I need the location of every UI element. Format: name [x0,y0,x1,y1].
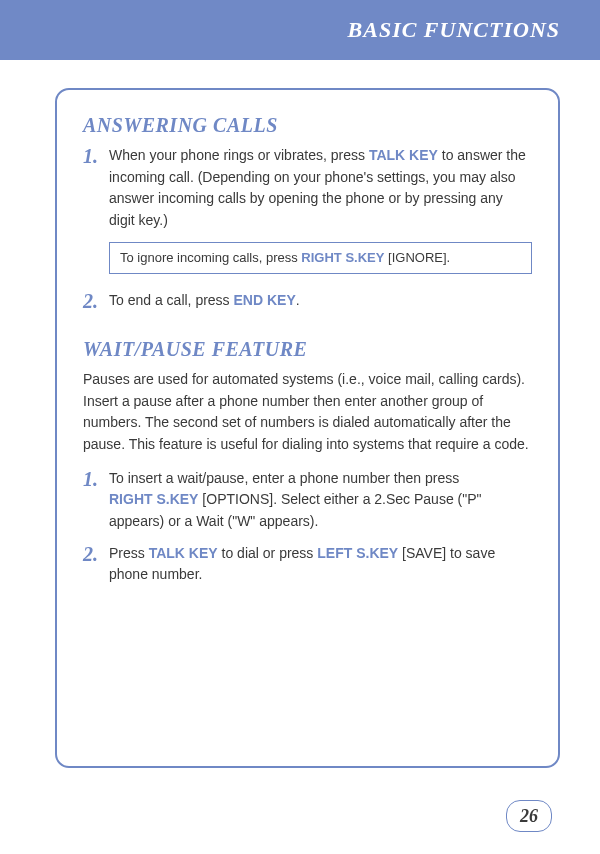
text-run: [IGNORE]. [384,250,450,265]
text-run: To end a call, press [109,292,234,308]
key-right-s: RIGHT S.KEY [301,250,384,265]
answering-step-1: 1. When your phone rings or vibrates, pr… [83,145,532,232]
ignore-note-box: To ignore incoming calls, press RIGHT S.… [109,242,532,274]
text-run: To insert a wait/pause, enter a phone nu… [109,470,459,486]
page-number-badge: 26 [506,800,552,832]
header-title: BASIC FUNCTIONS [348,17,560,43]
waitpause-intro: Pauses are used for automated systems (i… [83,369,532,456]
step-text: When your phone rings or vibrates, press… [109,145,532,232]
key-right-s: RIGHT S.KEY [109,491,198,507]
step-number: 2. [83,290,109,312]
waitpause-step-1: 1. To insert a wait/pause, enter a phone… [83,468,532,533]
step-text: Press TALK KEY to dial or press LEFT S.K… [109,543,532,586]
text-run: . [296,292,300,308]
header-bar: BASIC FUNCTIONS [0,0,600,60]
content-box: ANSWERING CALLS 1. When your phone rings… [55,88,560,768]
key-left-s: LEFT S.KEY [317,545,398,561]
key-talk: TALK KEY [369,147,438,163]
answering-step-2: 2. To end a call, press END KEY. [83,290,532,312]
step-number: 1. [83,468,109,533]
key-talk: TALK KEY [149,545,218,561]
text-run: to dial or press [218,545,318,561]
step-text: To end a call, press END KEY. [109,290,300,312]
text-run: Press [109,545,149,561]
section-heading-answering: ANSWERING CALLS [83,114,532,137]
waitpause-step-2: 2. Press TALK KEY to dial or press LEFT … [83,543,532,586]
section-heading-waitpause: WAIT/PAUSE FEATURE [83,338,532,361]
key-end: END KEY [234,292,296,308]
text-run: When your phone rings or vibrates, press [109,147,369,163]
text-run: To ignore incoming calls, press [120,250,301,265]
step-number: 1. [83,145,109,232]
step-text: To insert a wait/pause, enter a phone nu… [109,468,532,533]
page-number: 26 [520,806,538,827]
step-number: 2. [83,543,109,586]
